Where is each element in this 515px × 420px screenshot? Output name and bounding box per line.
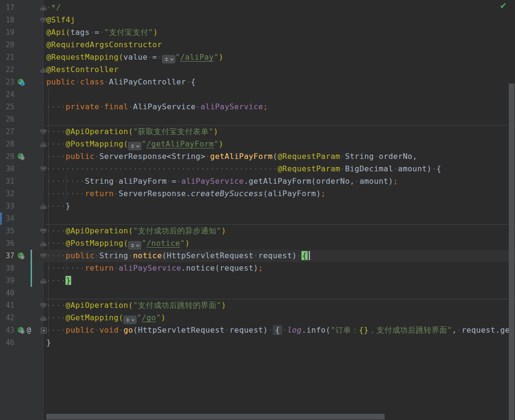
code-line[interactable]: 35····@ApiOperation("支付成功后的异步通知")	[0, 225, 515, 237]
code-text[interactable]: ·*/	[46, 1, 515, 14]
code-text[interactable]: ····private·final·AliPayService·aliPaySe…	[46, 101, 515, 113]
code-text[interactable]: ········return·aliPayService.notice(requ…	[46, 262, 515, 274]
fold-marker-end-icon[interactable]	[40, 241, 47, 246]
code-line[interactable]: 29····public·ServerResponse<String>·getA…	[0, 150, 515, 163]
code-text[interactable]: ····}	[46, 200, 515, 212]
code-text[interactable]: ····@GetMapping("/go")	[46, 312, 515, 324]
code-line[interactable]: 24	[0, 88, 515, 101]
code-line[interactable]: 28····@PostMapping("/getAliPayForm")	[0, 138, 515, 150]
code-text[interactable]: @Api(tags·=·"支付宝支付")	[46, 26, 515, 39]
line-number[interactable]: 40	[0, 287, 14, 299]
code-text[interactable]	[46, 88, 515, 101]
code-line[interactable]: 21@RequestMapping(value·=·"/aliPay")	[0, 51, 515, 63]
code-line[interactable]: 32········return·ServerResponse.createBy…	[0, 188, 515, 200]
line-number[interactable]: 23	[0, 76, 14, 88]
code-text[interactable]: }	[46, 336, 515, 349]
code-text[interactable]: ········································…	[46, 163, 515, 175]
code-text[interactable]: ····@ApiOperation("支付成功后的异步通知")	[46, 225, 515, 237]
code-line[interactable]: 17·*/	[0, 1, 515, 14]
line-number[interactable]: 28	[0, 138, 14, 150]
code-text[interactable]: @Slf4j	[46, 14, 515, 26]
code-line[interactable]: 40	[0, 287, 515, 299]
code-line[interactable]: 20@RequiredArgsConstructor	[0, 39, 515, 51]
url-path-link[interactable]: /go	[141, 313, 156, 322]
code-text[interactable]: @RequestMapping(value·=·"/aliPay")	[46, 51, 515, 63]
line-number[interactable]: 41	[0, 299, 14, 312]
code-line[interactable]: 43@····public·void·go(HttpServletRequest…	[0, 324, 515, 336]
line-number[interactable]: 43	[0, 324, 14, 336]
code-text[interactable]: public·class·AliPayController·{	[46, 76, 515, 88]
line-number[interactable]: 20	[0, 39, 14, 51]
line-number[interactable]: 35	[0, 225, 14, 237]
url-mapping-widget[interactable]	[162, 55, 175, 63]
fold-marker-start-icon[interactable]	[40, 303, 47, 308]
code-line[interactable]: 19@Api(tags·=·"支付宝支付")	[0, 26, 515, 39]
line-number[interactable]: 42	[0, 312, 14, 324]
line-number[interactable]: 18	[0, 14, 14, 26]
code-line[interactable]: 41····@ApiOperation("支付成功后跳转的界面")	[0, 299, 515, 312]
line-number[interactable]: 33	[0, 200, 14, 212]
line-number[interactable]: 25	[0, 101, 14, 113]
line-number[interactable]: 24	[0, 88, 14, 101]
code-text[interactable]: ····public·String·notice(HttpServletRequ…	[46, 250, 515, 262]
horizontal-scrollbar-thumb[interactable]	[46, 414, 385, 420]
code-text[interactable]: @RestController	[46, 63, 515, 76]
code-line[interactable]: 36····@PostMapping("/notice")	[0, 237, 515, 250]
code-line[interactable]: 18@Slf4j	[0, 14, 515, 26]
code-line[interactable]: 26	[0, 113, 515, 126]
line-number[interactable]: 39	[0, 274, 14, 287]
code-text[interactable]	[46, 113, 515, 126]
line-number[interactable]: 21	[0, 51, 14, 63]
fold-marker-end-icon[interactable]	[40, 278, 47, 284]
code-text[interactable]: ····}	[46, 274, 515, 287]
request-mapping-icon[interactable]	[17, 326, 25, 334]
fold-marker-start-icon[interactable]	[40, 18, 47, 23]
fold-marker-end-icon[interactable]	[40, 5, 47, 10]
line-number[interactable]: 22	[0, 63, 14, 76]
line-number[interactable]: 32	[0, 188, 14, 200]
line-number[interactable]: 31	[0, 175, 14, 188]
fold-marker-end-icon[interactable]	[40, 67, 47, 73]
code-line[interactable]: 33····}	[0, 200, 515, 212]
line-number[interactable]: 27	[0, 126, 14, 138]
code-line[interactable]: 34	[0, 212, 515, 225]
code-text[interactable]: ········String·aliPayForm·=·aliPayServic…	[46, 175, 515, 188]
code-text[interactable]: ········return·ServerResponse.createBySu…	[46, 188, 515, 200]
code-text[interactable]: ····@ApiOperation("支付成功后跳转的界面")	[46, 299, 515, 312]
line-number[interactable]: 34	[0, 212, 14, 225]
url-mapping-widget[interactable]	[123, 315, 137, 324]
line-number[interactable]: 46	[0, 336, 14, 349]
url-mapping-widget[interactable]	[128, 241, 141, 250]
code-text[interactable]: ····@PostMapping("/notice")	[46, 237, 515, 250]
code-text[interactable]	[46, 212, 515, 225]
code-line[interactable]: 22@RestController	[0, 63, 515, 76]
fold-marker-end-icon[interactable]	[40, 142, 47, 147]
fold-marker-end-icon[interactable]	[40, 315, 47, 321]
line-number[interactable]: 37	[0, 250, 14, 262]
code-line[interactable]: 31········String·aliPayForm·=·aliPayServ…	[0, 175, 515, 188]
line-number[interactable]: 38	[0, 262, 14, 274]
request-mapping-icon[interactable]	[17, 252, 25, 260]
code-line[interactable]: 42····@GetMapping("/go")	[0, 312, 515, 324]
line-number[interactable]: 36	[0, 237, 14, 250]
code-text[interactable]: ····public·ServerResponse<String>·getAli…	[46, 150, 515, 163]
line-number[interactable]: 30	[0, 163, 14, 175]
fold-marker-start-icon[interactable]	[40, 167, 47, 172]
code-text[interactable]: @RequiredArgsConstructor	[46, 39, 515, 51]
vertical-scrollbar-thumb[interactable]	[509, 84, 515, 420]
line-number[interactable]: 26	[0, 113, 14, 126]
code-line[interactable]: 30······································…	[0, 163, 515, 175]
code-line[interactable]: 25····private·final·AliPayService·aliPay…	[0, 101, 515, 113]
line-number[interactable]: 29	[0, 150, 14, 163]
code-line[interactable]: 46}	[0, 336, 515, 349]
code-line[interactable]: 38········return·aliPayService.notice(re…	[0, 262, 515, 274]
url-path-link[interactable]: /aliPay	[180, 52, 214, 62]
fold-marker-start-icon[interactable]	[40, 229, 47, 234]
inspections-status-icon[interactable]: ✔	[500, 0, 507, 10]
request-mapping-icon[interactable]	[17, 153, 25, 160]
fold-marker-start-icon[interactable]	[40, 129, 47, 135]
line-number[interactable]: 19	[0, 26, 14, 39]
fold-marker-end-icon[interactable]	[40, 204, 47, 209]
code-text[interactable]	[46, 287, 515, 299]
vertical-scrollbar[interactable]	[508, 0, 515, 420]
